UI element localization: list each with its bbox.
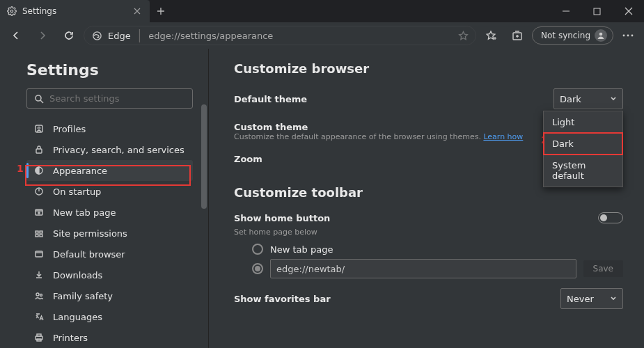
sidebar-item-label: Site permissions (53, 228, 127, 239)
theme-dropdown: Light Dark System default (543, 111, 623, 187)
sidebar-item-default-browser[interactable]: Default browser (26, 244, 193, 264)
window-controls (550, 0, 644, 22)
callout-box-1 (25, 165, 191, 186)
search-icon (34, 94, 44, 104)
refresh-button[interactable] (57, 25, 81, 46)
avatar-icon (595, 29, 607, 42)
favorite-star-icon[interactable] (458, 31, 469, 41)
sidebar-item-label: On startup (53, 187, 101, 197)
sidebar-item-languages[interactable]: Languages (26, 306, 193, 327)
profile-sync-pill[interactable]: Not syncing (532, 26, 613, 45)
sidebar-item-printers[interactable]: Printers (26, 327, 193, 348)
svg-point-5 (623, 35, 625, 37)
sidebar-item-profiles[interactable]: Profiles (26, 118, 193, 139)
forward-button[interactable] (31, 25, 54, 46)
favorites-bar-value: Never (567, 294, 594, 304)
sidebar-item-label: Profiles (53, 124, 86, 134)
sidebar-item-family[interactable]: Family safety (26, 285, 193, 306)
chevron-down-icon (610, 295, 617, 302)
svg-point-6 (627, 35, 629, 37)
sidebar-item-label: Languages (53, 312, 102, 322)
chevron-down-icon (610, 95, 617, 102)
gear-icon (7, 6, 17, 16)
theme-option-system[interactable]: System default (544, 155, 622, 187)
sync-label: Not syncing (541, 31, 590, 40)
browser-tab[interactable]: Settings (0, 0, 150, 22)
svg-rect-23 (37, 334, 41, 336)
close-tab-icon[interactable] (132, 6, 143, 17)
sidebar-item-site-permissions[interactable]: Site permissions (26, 223, 193, 244)
toolbar: Edge │ edge://settings/appearance Not sy… (0, 22, 644, 49)
lock-icon (33, 144, 45, 155)
printer-icon (33, 332, 45, 343)
radio-icon (252, 244, 263, 255)
sidebar-scrollbar[interactable] (201, 104, 207, 209)
custom-theme-desc-text: Customize the default appearance of the … (234, 132, 481, 141)
svg-rect-15 (36, 231, 38, 233)
permissions-icon (33, 228, 45, 239)
minimize-button[interactable] (550, 0, 581, 22)
theme-option-dark[interactable]: Dark (544, 133, 622, 155)
family-icon (33, 290, 45, 301)
svg-point-20 (36, 293, 39, 296)
sidebar-item-label: Downloads (53, 270, 102, 280)
show-home-sublabel: Set home page below (234, 228, 623, 237)
content-area: Settings Profiles Privacy, search, and s… (0, 49, 644, 348)
settings-heading: Settings (26, 61, 193, 79)
svg-rect-1 (594, 8, 600, 15)
tab-title: Settings (22, 6, 126, 16)
language-icon (33, 311, 45, 322)
maximize-button[interactable] (581, 0, 613, 22)
favorites-bar-label: Show favorites bar (234, 294, 331, 304)
sidebar-item-newtab[interactable]: New tab page (26, 202, 193, 223)
svg-point-0 (10, 10, 13, 13)
favorites-button[interactable] (479, 25, 503, 46)
address-brand: Edge (108, 31, 131, 41)
download-icon (33, 269, 45, 280)
svg-point-10 (38, 127, 40, 129)
settings-search[interactable] (26, 88, 193, 109)
settings-sidebar: Settings Profiles Privacy, search, and s… (0, 49, 209, 348)
radio-icon-selected (252, 263, 263, 274)
more-menu-button[interactable] (616, 25, 640, 46)
home-radio-custom[interactable]: edge://newtab/ Save (252, 259, 623, 278)
save-home-button[interactable]: Save (583, 260, 623, 277)
svg-point-2 (93, 31, 100, 39)
address-bar[interactable]: Edge │ edge://settings/appearance (84, 26, 476, 45)
sidebar-item-label: Default browser (53, 249, 125, 260)
sidebar-item-label: Printers (53, 333, 88, 343)
zoom-label: Zoom (234, 154, 262, 164)
sidebar-item-label: New tab page (53, 207, 116, 218)
favorites-bar-select[interactable]: Never (560, 288, 623, 309)
collections-button[interactable] (505, 25, 529, 46)
svg-point-21 (40, 294, 42, 296)
sidebar-item-label: Privacy, search, and services (53, 145, 184, 155)
home-url-field[interactable]: edge://newtab/ (270, 259, 576, 278)
default-theme-value: Dark (560, 94, 581, 104)
back-button[interactable] (4, 25, 28, 46)
show-home-label: Show home button (234, 213, 330, 223)
theme-option-light[interactable]: Light (544, 111, 622, 133)
close-window-button[interactable] (613, 0, 644, 22)
new-tab-button[interactable] (150, 0, 172, 22)
callout-label-1: 1 (17, 163, 24, 174)
browser-icon (33, 248, 45, 260)
sidebar-item-downloads[interactable]: Downloads (26, 264, 193, 285)
profile-icon (33, 123, 45, 134)
home-radio-newtab[interactable]: New tab page (252, 244, 623, 255)
show-home-toggle[interactable] (598, 212, 623, 223)
svg-rect-16 (40, 231, 42, 233)
sidebar-item-label: Family safety (53, 291, 113, 301)
default-theme-select[interactable]: Dark (553, 88, 623, 109)
default-theme-label: Default theme (234, 94, 307, 104)
svg-point-4 (599, 33, 603, 36)
sidebar-item-privacy[interactable]: Privacy, search, and services (26, 139, 193, 160)
search-input[interactable] (49, 93, 185, 104)
learn-how-link[interactable]: Learn how (483, 132, 523, 141)
power-icon (33, 186, 45, 197)
svg-rect-19 (36, 251, 42, 257)
address-url: edge://settings/appearance (148, 31, 453, 41)
titlebar: Settings (0, 0, 644, 22)
svg-rect-17 (36, 235, 38, 237)
svg-point-7 (631, 35, 634, 37)
